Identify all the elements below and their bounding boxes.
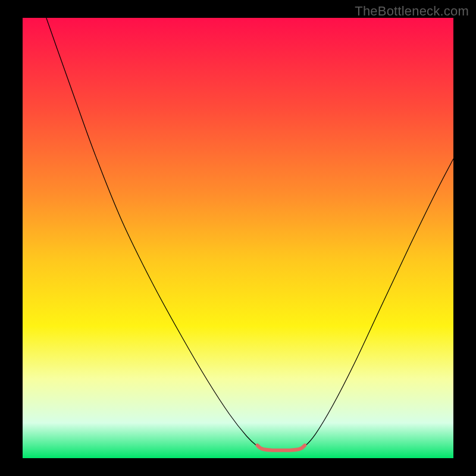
watermark-text: TheBottleneck.com: [355, 4, 469, 19]
gradient-background: [23, 18, 453, 458]
bottleneck-chart: [23, 18, 453, 458]
chart-frame: TheBottleneck.com: [0, 0, 476, 476]
